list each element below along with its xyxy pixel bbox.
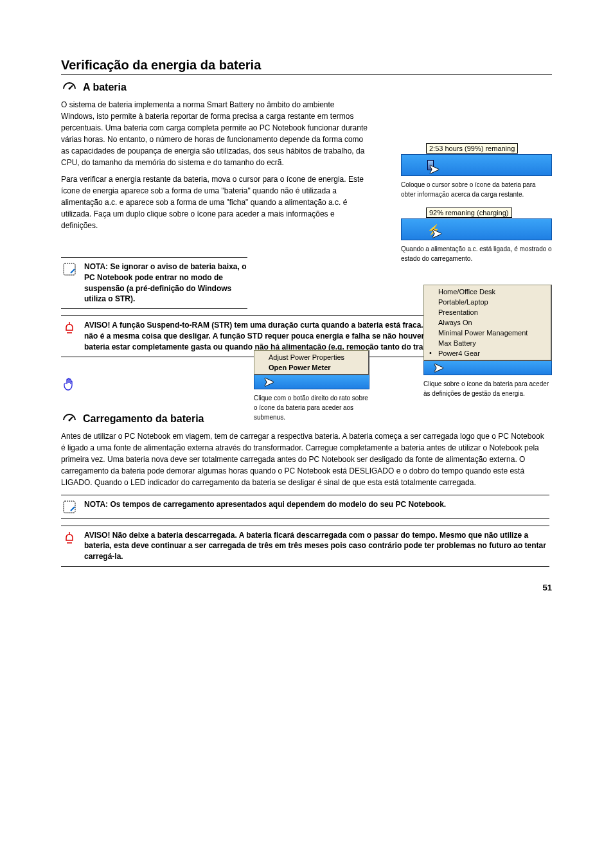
- svg-line-1: [69, 85, 73, 89]
- caption-3: Clique sobre o ícone da bateria para ace…: [423, 379, 552, 398]
- page: 2:53 hours (99%) remaning ➤ Coloque o cu…: [0, 0, 613, 612]
- svg-rect-6: [64, 501, 75, 513]
- page-title: Verificação da energia da bateria: [61, 58, 552, 73]
- svg-line-5: [69, 417, 73, 420]
- menu-item-open-meter[interactable]: Open Power Meter: [254, 362, 368, 373]
- gauge-icon: [61, 411, 78, 427]
- note-text-3: NOTA: Os tempos de carregamento apresent…: [84, 499, 446, 510]
- menu-item-adjust[interactable]: Adjust Power Properties: [254, 352, 368, 362]
- intro-p2: Para verificar a energia restante da bat…: [61, 173, 369, 231]
- warning-icon: [61, 530, 78, 545]
- gauge-icon: [61, 80, 78, 95]
- warning-icon: [61, 320, 78, 335]
- menu-item-presentation[interactable]: Presentation: [424, 307, 551, 317]
- subtitle-battery: A bateria: [83, 82, 127, 93]
- context-menu-right: Home/Office Desk Portable/Laptop Present…: [423, 285, 552, 361]
- warning-discharge: AVISO! Não deixe a bateria descarregada.…: [61, 526, 549, 567]
- screenshot-click-menu: Home/Office Desk Portable/Laptop Present…: [423, 285, 552, 403]
- charging-title: Carregamento da bateria: [83, 413, 204, 425]
- note-charge-times: NOTA: Os tempos de carregamento apresent…: [61, 495, 549, 519]
- subtitle-row: A bateria: [61, 80, 552, 95]
- note-icon: [61, 499, 78, 515]
- screenshot-charging-tooltip: ⚡ 92% remaning (charging) ➤ Quando a ali…: [401, 218, 552, 269]
- cursor-icon: ➤: [263, 374, 274, 389]
- section-header: Verificação da energia da bateria: [61, 58, 552, 75]
- note-icon: [61, 261, 78, 277]
- menu-item-power4gear[interactable]: Power4 Gear: [424, 348, 551, 359]
- menu-item-portable[interactable]: Portable/Laptop: [424, 297, 551, 307]
- note-suspend: NOTA: Se ignorar o aviso de bateria baix…: [61, 257, 247, 309]
- warning-text-4: AVISO! Não deixe a bateria descarregada.…: [84, 530, 549, 562]
- plug-icon: ⚡: [427, 224, 440, 236]
- screenshot-rightclick-menu: Adjust Power Properties Open Power Meter…: [254, 350, 369, 427]
- context-menu-left: Adjust Power Properties Open Power Meter: [254, 350, 369, 375]
- svg-rect-2: [64, 263, 75, 275]
- battery-icon: [427, 160, 434, 170]
- tooltip-charging: 92% remaning (charging): [426, 208, 512, 218]
- menu-item-always-on[interactable]: Always On: [424, 317, 551, 328]
- hand-icon: [61, 376, 78, 392]
- note-text-1: NOTA: Se ignorar o aviso de bateria baix…: [84, 261, 247, 305]
- tooltip-remaining: 2:53 hours (99%) remaning: [426, 143, 518, 154]
- menu-item-max-battery[interactable]: Max Battery: [424, 338, 551, 348]
- charging-p1: Antes de utilizar o PC Notebook em viage…: [61, 430, 549, 488]
- cursor-icon: ➤: [433, 360, 444, 375]
- caption-1: Coloque o cursor sobre o ícone da bateri…: [401, 180, 552, 199]
- menu-item-home[interactable]: Home/Office Desk: [424, 287, 551, 297]
- caption-2: Quando a alimentação a.c. está ligada, é…: [401, 244, 552, 263]
- screenshot-battery-tooltip: 2:53 hours (99%) remaning ➤ Coloque o cu…: [401, 154, 552, 204]
- intro-p1: O sistema de bateria implementa a norma …: [61, 99, 369, 168]
- caption-4: Clique com o botão direito do rato sobre…: [254, 393, 369, 422]
- menu-item-minimal[interactable]: Minimal Power Management: [424, 328, 551, 338]
- page-number: 51: [543, 583, 552, 592]
